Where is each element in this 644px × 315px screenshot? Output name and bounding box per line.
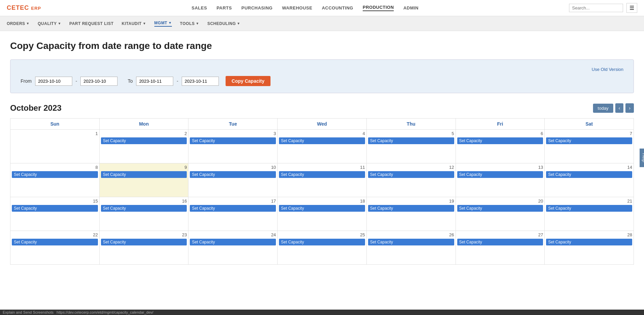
set-capacity-3[interactable]: Set Capacity xyxy=(190,137,276,144)
calendar-month-title: October 2023 xyxy=(10,103,61,113)
day-19: 19 Set Capacity xyxy=(366,197,456,231)
set-capacity-12[interactable]: Set Capacity xyxy=(368,171,454,178)
set-capacity-14[interactable]: Set Capacity xyxy=(546,171,632,178)
form-panel-top: Use Old Version xyxy=(21,67,623,72)
day-27: 27 Set Capacity xyxy=(456,231,545,265)
day-13: 13 Set Capacity xyxy=(456,163,545,197)
col-sat: Sat xyxy=(545,119,634,130)
hamburger-button[interactable]: ☰ xyxy=(626,3,637,13)
col-wed: Wed xyxy=(278,119,367,130)
next-month-button[interactable]: › xyxy=(625,103,634,113)
logo-cetec: CETEC xyxy=(7,4,29,11)
nav-orders[interactable]: ORDERS ▼ xyxy=(7,21,30,26)
quality-dropdown-arrow: ▼ xyxy=(58,22,61,25)
day-8: 8 Set Capacity xyxy=(10,163,100,197)
copy-capacity-button[interactable]: Copy Capacity xyxy=(226,76,271,86)
set-capacity-22[interactable]: Set Capacity xyxy=(12,239,98,245)
set-capacity-28[interactable]: Set Capacity xyxy=(546,239,632,245)
nav-kitaudit[interactable]: KITAUDIT ▼ xyxy=(122,21,146,26)
calendar-grid: Sun Mon Tue Wed Thu Fri Sat 1 2 Set Capa… xyxy=(10,118,634,265)
to-label: To xyxy=(128,78,133,84)
scheduling-dropdown-arrow: ▼ xyxy=(237,22,240,25)
nav-production[interactable]: PRODUCTION xyxy=(363,5,394,11)
nav-accounting[interactable]: ACCOUNTING xyxy=(322,5,353,10)
set-capacity-13[interactable]: Set Capacity xyxy=(457,171,543,178)
to-date-end[interactable] xyxy=(182,77,219,86)
set-capacity-11[interactable]: Set Capacity xyxy=(279,171,365,178)
set-capacity-5[interactable]: Set Capacity xyxy=(368,137,454,144)
day-28: 28 Set Capacity xyxy=(545,231,634,265)
nav-sales[interactable]: SALES xyxy=(191,5,207,10)
set-capacity-21[interactable]: Set Capacity xyxy=(546,205,632,212)
nav-admin[interactable]: ADMIN xyxy=(403,5,418,10)
nav-quality[interactable]: QUALITY ▼ xyxy=(38,21,61,26)
set-capacity-23[interactable]: Set Capacity xyxy=(101,239,187,245)
top-nav-links: SALES PARTS PURCHASING WAREHOUSE ACCOUNT… xyxy=(191,5,418,11)
use-old-version-link[interactable]: Use Old Version xyxy=(592,67,623,72)
day-3: 3 Set Capacity xyxy=(188,130,278,163)
nav-part-request-list[interactable]: PART REQUEST LIST xyxy=(69,21,113,26)
day-16: 16 Set Capacity xyxy=(99,197,188,231)
nav-mgmt[interactable]: MGMT ▼ xyxy=(154,21,172,27)
calendar-week-1: 1 2 Set Capacity 3 Set Capacity 4 Set Ca… xyxy=(10,130,634,163)
main-content: Copy Capacity from date range to date ra… xyxy=(0,31,644,274)
set-capacity-24[interactable]: Set Capacity xyxy=(190,239,276,245)
prev-month-button[interactable]: ‹ xyxy=(615,103,624,113)
logo[interactable]: CETEC ERP xyxy=(7,4,41,11)
day-20: 20 Set Capacity xyxy=(456,197,545,231)
help-tab[interactable]: Help xyxy=(640,148,644,167)
top-nav-right: ☰ xyxy=(569,3,637,13)
set-capacity-4[interactable]: Set Capacity xyxy=(279,137,365,144)
to-date-start[interactable] xyxy=(136,77,173,86)
orders-dropdown-arrow: ▼ xyxy=(26,22,29,25)
search-input[interactable] xyxy=(569,4,623,12)
day-12: 12 Set Capacity xyxy=(366,163,456,197)
logo-erp: ERP xyxy=(31,6,41,11)
col-mon: Mon xyxy=(99,119,188,130)
set-capacity-8[interactable]: Set Capacity xyxy=(12,171,98,178)
set-capacity-25[interactable]: Set Capacity xyxy=(279,239,365,245)
nav-purchasing[interactable]: PURCHASING xyxy=(241,5,273,10)
today-button[interactable]: today xyxy=(593,104,613,113)
from-label: From xyxy=(21,78,32,84)
col-sun: Sun xyxy=(10,119,100,130)
day-21: 21 Set Capacity xyxy=(545,197,634,231)
set-capacity-26[interactable]: Set Capacity xyxy=(368,239,454,245)
from-date-separator: - xyxy=(76,78,77,84)
calendar-header: October 2023 today ‹ › xyxy=(10,103,634,113)
day-9: 9 Set Capacity xyxy=(99,163,188,197)
day-7: 7 Set Capacity xyxy=(545,130,634,163)
set-capacity-7[interactable]: Set Capacity xyxy=(546,137,632,144)
from-date-start[interactable] xyxy=(35,77,72,86)
nav-scheduling[interactable]: SCHEDULING ▼ xyxy=(207,21,240,26)
set-capacity-10[interactable]: Set Capacity xyxy=(190,171,276,178)
set-capacity-2[interactable]: Set Capacity xyxy=(101,137,187,144)
col-thu: Thu xyxy=(366,119,456,130)
day-1: 1 xyxy=(10,130,100,163)
calendar-week-2: 8 Set Capacity 9 Set Capacity 10 Set Cap… xyxy=(10,163,634,197)
day-11: 11 Set Capacity xyxy=(278,163,367,197)
day-15: 15 Set Capacity xyxy=(10,197,100,231)
day-22: 22 Set Capacity xyxy=(10,231,100,265)
day-10: 10 Set Capacity xyxy=(188,163,278,197)
tools-dropdown-arrow: ▼ xyxy=(196,22,199,25)
set-capacity-16[interactable]: Set Capacity xyxy=(101,205,187,212)
set-capacity-9[interactable]: Set Capacity xyxy=(101,171,187,178)
nav-parts[interactable]: PARTS xyxy=(216,5,232,10)
set-capacity-19[interactable]: Set Capacity xyxy=(368,205,454,212)
day-26: 26 Set Capacity xyxy=(366,231,456,265)
set-capacity-18[interactable]: Set Capacity xyxy=(279,205,365,212)
from-date-end[interactable] xyxy=(80,77,118,86)
day-2: 2 Set Capacity xyxy=(99,130,188,163)
set-capacity-20[interactable]: Set Capacity xyxy=(457,205,543,212)
set-capacity-27[interactable]: Set Capacity xyxy=(457,239,543,245)
set-capacity-15[interactable]: Set Capacity xyxy=(12,205,98,212)
day-6: 6 Set Capacity xyxy=(456,130,545,163)
calendar-header-row: Sun Mon Tue Wed Thu Fri Sat xyxy=(10,119,634,130)
nav-warehouse[interactable]: WAREHOUSE xyxy=(282,5,312,10)
day-24: 24 Set Capacity xyxy=(188,231,278,265)
day-5: 5 Set Capacity xyxy=(366,130,456,163)
set-capacity-17[interactable]: Set Capacity xyxy=(190,205,276,212)
set-capacity-6[interactable]: Set Capacity xyxy=(457,137,543,144)
nav-tools[interactable]: TOOLS ▼ xyxy=(180,21,199,26)
